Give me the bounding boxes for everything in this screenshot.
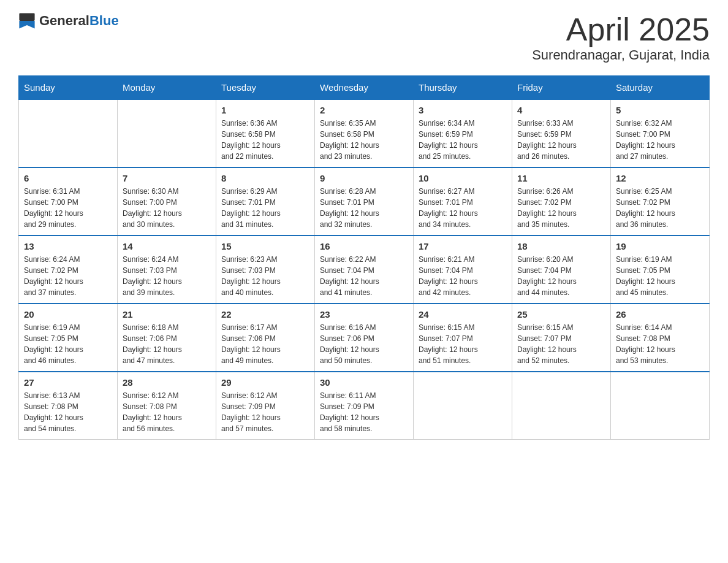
title-block: April 2025 Surendranagar, Gujarat, India [532,12,710,63]
header-cell-saturday: Saturday [611,76,710,100]
day-cell: 30Sunrise: 6:11 AMSunset: 7:09 PMDayligh… [315,372,414,440]
calendar-header: SundayMondayTuesdayWednesdayThursdayFrid… [19,76,710,100]
day-info: Sunrise: 6:16 AMSunset: 7:06 PMDaylight:… [320,322,408,366]
day-cell: 4Sunrise: 6:33 AMSunset: 6:59 PMDaylight… [512,99,611,167]
calendar-table: SundayMondayTuesdayWednesdayThursdayFrid… [18,75,710,440]
header-cell-sunday: Sunday [19,76,118,100]
day-info: Sunrise: 6:12 AMSunset: 7:08 PMDaylight:… [123,390,211,434]
day-number: 28 [123,377,211,388]
day-number: 14 [123,241,211,251]
page-header: GeneralBlue April 2025 Surendranagar, Gu… [18,12,710,63]
logo-text-general: General [39,13,89,28]
day-cell: 27Sunrise: 6:13 AMSunset: 7:08 PMDayligh… [19,372,118,440]
day-cell [19,99,118,167]
day-cell: 16Sunrise: 6:22 AMSunset: 7:04 PMDayligh… [315,236,414,304]
day-cell: 14Sunrise: 6:24 AMSunset: 7:03 PMDayligh… [118,236,216,304]
week-row-1: 1Sunrise: 6:36 AMSunset: 6:58 PMDaylight… [19,99,710,167]
week-row-3: 13Sunrise: 6:24 AMSunset: 7:02 PMDayligh… [19,236,710,304]
day-cell: 23Sunrise: 6:16 AMSunset: 7:06 PMDayligh… [315,304,414,372]
day-number: 15 [221,241,309,251]
day-number: 26 [616,309,704,320]
day-info: Sunrise: 6:27 AMSunset: 7:01 PMDaylight:… [419,186,507,230]
day-cell: 20Sunrise: 6:19 AMSunset: 7:05 PMDayligh… [19,304,118,372]
day-number: 12 [616,173,704,183]
day-cell: 11Sunrise: 6:26 AMSunset: 7:02 PMDayligh… [512,167,611,236]
week-row-5: 27Sunrise: 6:13 AMSunset: 7:08 PMDayligh… [19,372,710,440]
logo-icon [18,12,36,29]
day-info: Sunrise: 6:19 AMSunset: 7:05 PMDaylight:… [24,322,112,366]
day-cell [512,372,611,440]
day-number: 10 [419,173,507,183]
header-cell-monday: Monday [118,76,216,100]
day-info: Sunrise: 6:11 AMSunset: 7:09 PMDaylight:… [320,390,408,434]
day-number: 21 [123,309,211,320]
day-number: 3 [419,105,507,115]
calendar-subtitle: Surendranagar, Gujarat, India [532,47,710,63]
day-info: Sunrise: 6:29 AMSunset: 7:01 PMDaylight:… [221,186,309,230]
day-cell: 9Sunrise: 6:28 AMSunset: 7:01 PMDaylight… [315,167,414,236]
day-cell: 1Sunrise: 6:36 AMSunset: 6:58 PMDaylight… [216,99,315,167]
day-cell: 6Sunrise: 6:31 AMSunset: 7:00 PMDaylight… [19,167,118,236]
day-cell [118,99,216,167]
day-cell: 12Sunrise: 6:25 AMSunset: 7:02 PMDayligh… [611,167,710,236]
day-cell: 2Sunrise: 6:35 AMSunset: 6:58 PMDaylight… [315,99,414,167]
day-number: 16 [320,241,408,251]
day-number: 19 [616,241,704,251]
day-info: Sunrise: 6:20 AMSunset: 7:04 PMDaylight:… [517,254,605,298]
calendar-body: 1Sunrise: 6:36 AMSunset: 6:58 PMDaylight… [19,99,710,440]
day-number: 13 [24,241,112,251]
header-row: SundayMondayTuesdayWednesdayThursdayFrid… [19,76,710,100]
day-cell: 22Sunrise: 6:17 AMSunset: 7:06 PMDayligh… [216,304,315,372]
day-cell: 26Sunrise: 6:14 AMSunset: 7:08 PMDayligh… [611,304,710,372]
day-info: Sunrise: 6:25 AMSunset: 7:02 PMDaylight:… [616,186,704,230]
day-number: 7 [123,173,211,183]
day-number: 9 [320,173,408,183]
header-cell-thursday: Thursday [414,76,512,100]
header-cell-friday: Friday [512,76,611,100]
day-info: Sunrise: 6:23 AMSunset: 7:03 PMDaylight:… [221,254,309,298]
day-info: Sunrise: 6:14 AMSunset: 7:08 PMDaylight:… [616,322,704,366]
day-number: 23 [320,309,408,320]
day-number: 8 [221,173,309,183]
day-number: 4 [517,105,605,115]
day-cell: 3Sunrise: 6:34 AMSunset: 6:59 PMDaylight… [414,99,512,167]
day-number: 20 [24,309,112,320]
day-cell: 28Sunrise: 6:12 AMSunset: 7:08 PMDayligh… [118,372,216,440]
day-info: Sunrise: 6:17 AMSunset: 7:06 PMDaylight:… [221,322,309,366]
day-info: Sunrise: 6:26 AMSunset: 7:02 PMDaylight:… [517,186,605,230]
day-info: Sunrise: 6:36 AMSunset: 6:58 PMDaylight:… [221,118,309,162]
day-info: Sunrise: 6:35 AMSunset: 6:58 PMDaylight:… [320,118,408,162]
day-number: 18 [517,241,605,251]
day-info: Sunrise: 6:33 AMSunset: 6:59 PMDaylight:… [517,118,605,162]
logo-text-blue: Blue [89,13,119,28]
day-number: 11 [517,173,605,183]
day-cell: 21Sunrise: 6:18 AMSunset: 7:06 PMDayligh… [118,304,216,372]
day-cell: 5Sunrise: 6:32 AMSunset: 7:00 PMDaylight… [611,99,710,167]
day-cell [414,372,512,440]
day-cell: 15Sunrise: 6:23 AMSunset: 7:03 PMDayligh… [216,236,315,304]
day-info: Sunrise: 6:18 AMSunset: 7:06 PMDaylight:… [123,322,211,366]
day-info: Sunrise: 6:31 AMSunset: 7:00 PMDaylight:… [24,186,112,230]
day-number: 6 [24,173,112,183]
day-number: 5 [616,105,704,115]
day-info: Sunrise: 6:19 AMSunset: 7:05 PMDaylight:… [616,254,704,298]
day-info: Sunrise: 6:22 AMSunset: 7:04 PMDaylight:… [320,254,408,298]
header-cell-tuesday: Tuesday [216,76,315,100]
header-cell-wednesday: Wednesday [315,76,414,100]
day-cell: 19Sunrise: 6:19 AMSunset: 7:05 PMDayligh… [611,236,710,304]
day-info: Sunrise: 6:13 AMSunset: 7:08 PMDaylight:… [24,390,112,434]
day-cell: 18Sunrise: 6:20 AMSunset: 7:04 PMDayligh… [512,236,611,304]
day-info: Sunrise: 6:30 AMSunset: 7:00 PMDaylight:… [123,186,211,230]
day-number: 27 [24,377,112,388]
day-number: 25 [517,309,605,320]
day-info: Sunrise: 6:12 AMSunset: 7:09 PMDaylight:… [221,390,309,434]
day-number: 24 [419,309,507,320]
day-cell: 10Sunrise: 6:27 AMSunset: 7:01 PMDayligh… [414,167,512,236]
logo: GeneralBlue [18,12,119,29]
day-number: 1 [221,105,309,115]
day-number: 17 [419,241,507,251]
day-info: Sunrise: 6:15 AMSunset: 7:07 PMDaylight:… [419,322,507,366]
day-cell: 25Sunrise: 6:15 AMSunset: 7:07 PMDayligh… [512,304,611,372]
day-cell: 13Sunrise: 6:24 AMSunset: 7:02 PMDayligh… [19,236,118,304]
day-number: 30 [320,377,408,388]
